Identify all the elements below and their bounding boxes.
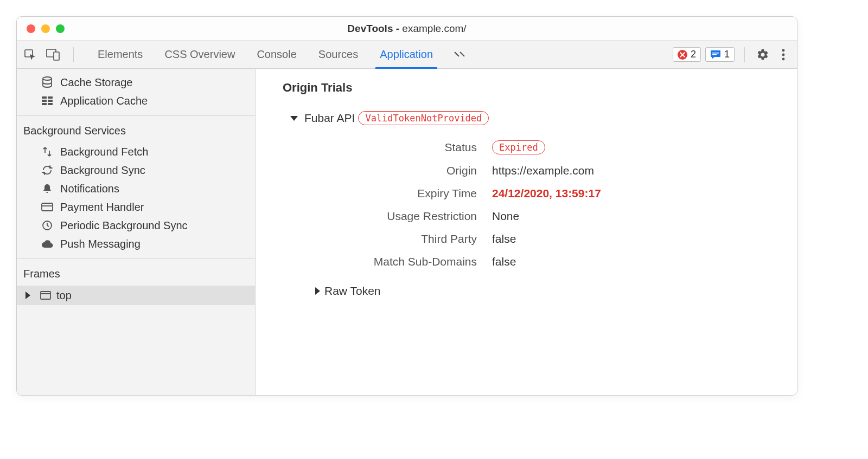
sidebar-item-frame-top[interactable]: top xyxy=(17,286,255,305)
sidebar-item-background-sync[interactable]: Background Sync xyxy=(17,161,255,179)
svg-rect-2 xyxy=(54,52,59,60)
svg-rect-12 xyxy=(48,100,53,102)
inspect-element-icon[interactable] xyxy=(22,47,39,63)
label-status: Status xyxy=(309,141,477,154)
svg-rect-15 xyxy=(42,203,53,211)
clock-icon xyxy=(41,219,54,232)
credit-card-icon xyxy=(41,201,54,214)
label-expiry: Expiry Time xyxy=(309,187,477,200)
maximize-window-button[interactable] xyxy=(56,24,65,33)
error-icon xyxy=(678,50,687,60)
frame-icon xyxy=(39,289,52,302)
value-third-party: false xyxy=(492,232,797,245)
errors-count: 2 xyxy=(691,49,696,60)
raw-token-label: Raw Token xyxy=(324,285,381,298)
tab-application[interactable]: Application xyxy=(379,41,434,68)
panel-toolbar: Elements CSS Overview Console Sources Ap… xyxy=(17,41,797,69)
expand-triangle-icon xyxy=(315,287,320,295)
svg-rect-14 xyxy=(48,103,53,105)
label-match-subdomains: Match Sub-Domains xyxy=(309,255,477,268)
sidebar-label: Notifications xyxy=(60,183,119,195)
sidebar-item-application-cache[interactable]: Application Cache xyxy=(17,92,255,110)
device-toolbar-icon[interactable] xyxy=(45,47,61,63)
svg-rect-3 xyxy=(712,53,719,54)
sidebar-heading-background-services: Background Services xyxy=(17,115,255,143)
collapse-triangle-icon xyxy=(290,116,298,121)
titlebar: DevTools - example.com/ xyxy=(17,17,797,41)
tab-sources[interactable]: Sources xyxy=(317,41,359,68)
more-tabs-button[interactable] xyxy=(454,41,465,68)
errors-badge[interactable]: 2 xyxy=(673,47,701,62)
minimize-window-button[interactable] xyxy=(41,24,50,33)
separator xyxy=(744,47,745,62)
svg-rect-4 xyxy=(712,54,717,55)
sidebar-label: Periodic Background Sync xyxy=(60,219,188,232)
sync-icon xyxy=(41,164,54,177)
label-usage-restriction: Usage Restriction xyxy=(309,210,477,223)
sidebar-item-notifications[interactable]: Notifications xyxy=(17,179,255,198)
value-expiry: 24/12/2020, 13:59:17 xyxy=(492,187,797,200)
svg-rect-10 xyxy=(48,96,53,99)
fetch-icon xyxy=(41,145,54,158)
sidebar-item-periodic-sync[interactable]: Periodic Background Sync xyxy=(17,216,255,235)
value-match-subdomains: false xyxy=(492,255,797,268)
devtools-window: DevTools - example.com/ Elements CSS Ove… xyxy=(16,16,797,396)
svg-rect-13 xyxy=(42,103,47,105)
close-window-button[interactable] xyxy=(27,24,35,33)
sidebar-item-background-fetch[interactable]: Background Fetch xyxy=(17,143,255,161)
svg-point-8 xyxy=(43,77,52,80)
window-title: DevTools - example.com/ xyxy=(17,23,797,35)
sidebar-item-cache-storage[interactable]: Cache Storage xyxy=(17,73,255,92)
svg-point-5 xyxy=(782,49,785,51)
window-controls xyxy=(17,24,65,33)
kebab-menu-icon[interactable] xyxy=(775,47,792,63)
title-prefix: DevTools - xyxy=(347,23,402,34)
label-origin: Origin xyxy=(309,164,477,177)
svg-point-7 xyxy=(782,57,785,60)
application-sidebar: Cache Storage Application Cache Backgrou… xyxy=(17,69,256,395)
value-status: Expired xyxy=(492,140,797,154)
tab-css-overview[interactable]: CSS Overview xyxy=(163,41,236,68)
message-icon xyxy=(710,50,721,60)
sidebar-label: Push Messaging xyxy=(60,238,141,250)
svg-rect-11 xyxy=(42,100,47,102)
expand-triangle-icon xyxy=(25,292,30,299)
sidebar-item-payment-handler[interactable]: Payment Handler xyxy=(17,198,255,216)
tab-elements[interactable]: Elements xyxy=(97,41,144,68)
toolbar-left xyxy=(22,47,79,63)
tab-console[interactable]: Console xyxy=(256,41,297,68)
sidebar-label: top xyxy=(56,289,72,302)
messages-count: 1 xyxy=(724,49,730,60)
database-icon xyxy=(41,76,54,89)
trial-header-row[interactable]: Fubar API ValidTokenNotProvided xyxy=(290,111,797,125)
grid-icon xyxy=(41,94,54,107)
settings-icon[interactable] xyxy=(755,47,771,63)
sidebar-item-push-messaging[interactable]: Push Messaging xyxy=(17,235,255,253)
raw-token-row[interactable]: Raw Token xyxy=(315,285,797,298)
messages-badge[interactable]: 1 xyxy=(705,47,735,62)
sidebar-heading-frames: Frames xyxy=(17,258,255,286)
token-status-badge: ValidTokenNotProvided xyxy=(358,111,489,125)
svg-point-6 xyxy=(782,53,785,56)
bell-icon xyxy=(41,182,54,195)
panel-body: Cache Storage Application Cache Backgrou… xyxy=(17,69,797,395)
separator xyxy=(73,47,74,62)
label-third-party: Third Party xyxy=(309,232,477,245)
sidebar-label: Payment Handler xyxy=(60,201,144,214)
sidebar-label: Background Fetch xyxy=(60,146,148,158)
sidebar-label: Application Cache xyxy=(60,95,148,107)
origin-trials-pane: Origin Trials Fubar API ValidTokenNotPro… xyxy=(256,69,797,395)
svg-rect-18 xyxy=(41,292,50,299)
cloud-icon xyxy=(41,237,54,250)
value-origin: https://example.com xyxy=(492,164,797,177)
svg-rect-9 xyxy=(42,96,47,99)
toolbar-right: 2 1 xyxy=(673,47,792,63)
status-expired-badge: Expired xyxy=(492,140,545,154)
trial-name: Fubar API xyxy=(304,112,355,125)
title-url: example.com/ xyxy=(402,23,466,34)
value-usage-restriction: None xyxy=(492,210,797,223)
panel-tabs: Elements CSS Overview Console Sources Ap… xyxy=(97,41,465,68)
trial-details: Status Expired Origin https://example.co… xyxy=(309,140,797,268)
pane-heading: Origin Trials xyxy=(283,81,797,95)
sidebar-label: Cache Storage xyxy=(60,76,132,89)
